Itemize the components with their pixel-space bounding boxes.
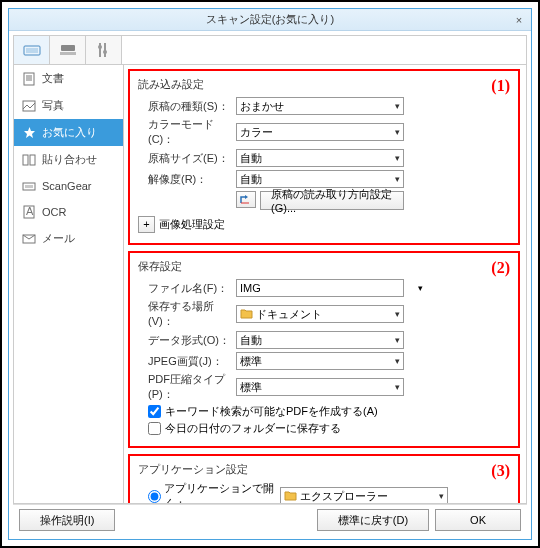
sidebar-item-label: メール [42, 231, 75, 246]
sidebar-item-label: 文書 [42, 71, 64, 86]
group-number: (3) [491, 462, 510, 480]
chevron-down-icon: ▾ [395, 174, 400, 184]
chevron-down-icon: ▾ [395, 101, 400, 111]
chevron-down-icon: ▾ [395, 382, 400, 392]
resolution-select[interactable]: 自動▾ [236, 170, 404, 188]
svg-marker-21 [245, 195, 248, 199]
chevron-down-icon: ▾ [395, 127, 400, 137]
svg-point-6 [98, 45, 102, 49]
doc-type-select[interactable]: おまかせ▾ [236, 97, 404, 115]
svg-rect-8 [24, 73, 34, 85]
save-location-label: 保存する場所(V)： [138, 299, 236, 329]
color-mode-select[interactable]: カラー▾ [236, 123, 404, 141]
doc-size-select[interactable]: 自動▾ [236, 149, 404, 167]
doc-size-label: 原稿サイズ(E)： [138, 151, 236, 166]
sidebar-item-label: 写真 [42, 98, 64, 113]
close-icon[interactable]: × [511, 12, 527, 28]
svg-marker-13 [24, 127, 35, 138]
chevron-down-icon: ▾ [395, 153, 400, 163]
group-header: 保存設定 [138, 259, 510, 274]
image-processing-label: 画像処理設定 [159, 217, 225, 232]
chevron-down-icon: ▾ [395, 335, 400, 345]
jpeg-quality-select[interactable]: 標準▾ [236, 352, 404, 370]
svg-rect-15 [30, 155, 35, 165]
chevron-down-icon: ▾ [395, 356, 400, 366]
titlebar: スキャン設定(お気に入り) × [9, 9, 531, 31]
pdf-compression-label: PDF圧縮タイプ(P)： [138, 372, 236, 402]
sidebar-item-label: ScanGear [42, 180, 92, 192]
save-settings-group: (2) 保存設定 ファイル名(F)： IMG ▾ 保存する場所(V)： ドキュメ… [128, 251, 520, 448]
pdf-compression-select[interactable]: 標準▾ [236, 378, 404, 396]
date-folder-label: 今日の日付のフォルダーに保存する [165, 421, 341, 436]
defaults-button[interactable]: 標準に戻す(D) [317, 509, 429, 531]
tab-to-computer[interactable] [50, 36, 86, 64]
orientation-icon-button[interactable] [236, 191, 256, 208]
scangear-icon [22, 179, 36, 193]
jpeg-quality-label: JPEG画質(J)： [138, 354, 236, 369]
window-title: スキャン設定(お気に入り) [206, 12, 334, 27]
chevron-down-icon: ▾ [439, 491, 444, 501]
app-settings-group: (3) アプリケーション設定 アプリケーションで開く： エクスプローラー ▾ ア… [128, 454, 520, 503]
sidebar-item-ocr[interactable]: A OCR [14, 199, 123, 225]
sidebar-item-stitch[interactable]: 貼り合わせ [14, 146, 123, 173]
star-icon [22, 126, 36, 140]
svg-rect-2 [61, 45, 75, 51]
resolution-label: 解像度(R)： [138, 172, 236, 187]
sidebar-item-document[interactable]: 文書 [14, 65, 123, 92]
save-location-select[interactable]: ドキュメント ▾ [236, 305, 404, 323]
filename-input[interactable]: IMG [236, 279, 404, 297]
sidebar-item-mail[interactable]: メール [14, 225, 123, 252]
svg-rect-17 [25, 185, 33, 188]
tab-from-scanner[interactable] [14, 36, 50, 64]
tab-settings[interactable] [86, 36, 122, 64]
data-format-select[interactable]: 自動▾ [236, 331, 404, 349]
pdf-searchable-label: キーワード検索が可能なPDFを作成する(A) [165, 404, 378, 419]
chevron-down-icon[interactable]: ▾ [418, 283, 423, 293]
sidebar-item-favorite[interactable]: お気に入り [14, 119, 123, 146]
group-number: (1) [491, 77, 510, 95]
mail-icon [22, 232, 36, 246]
footer: 操作説明(I) 標準に戻す(D) OK [13, 504, 527, 535]
scan-settings-group: (1) 読み込み設定 原稿の種類(S)： おまかせ▾ カラーモード(C)： カラ… [128, 69, 520, 245]
open-app-select[interactable]: エクスプローラー ▾ [280, 487, 448, 503]
sidebar-item-scangear[interactable]: ScanGear [14, 173, 123, 199]
open-app-radio[interactable] [148, 490, 161, 503]
settings-panel: (1) 読み込み設定 原稿の種類(S)： おまかせ▾ カラーモード(C)： カラ… [124, 65, 526, 503]
ok-button[interactable]: OK [435, 509, 521, 531]
svg-rect-1 [26, 48, 38, 53]
svg-rect-3 [60, 52, 76, 55]
sidebar-item-label: OCR [42, 206, 66, 218]
expand-button[interactable]: + [138, 216, 155, 233]
svg-point-7 [103, 50, 107, 54]
date-folder-checkbox[interactable] [148, 422, 161, 435]
top-toolbar [13, 35, 527, 65]
sidebar-item-photo[interactable]: 写真 [14, 92, 123, 119]
doc-type-label: 原稿の種類(S)： [138, 99, 236, 114]
folder-icon [240, 308, 253, 320]
sidebar-item-label: 貼り合わせ [42, 152, 97, 167]
ocr-icon: A [22, 205, 36, 219]
group-header: アプリケーション設定 [138, 462, 510, 477]
svg-text:A: A [26, 205, 34, 217]
svg-rect-12 [23, 101, 35, 111]
photo-icon [22, 99, 36, 113]
group-header: 読み込み設定 [138, 77, 510, 92]
help-button[interactable]: 操作説明(I) [19, 509, 115, 531]
filename-label: ファイル名(F)： [138, 281, 236, 296]
color-mode-label: カラーモード(C)： [138, 117, 236, 147]
svg-rect-14 [23, 155, 28, 165]
group-number: (2) [491, 259, 510, 277]
folder-icon [284, 490, 297, 502]
chevron-down-icon: ▾ [395, 309, 400, 319]
sidebar: 文書 写真 お気に入り 貼り合わせ ScanGear [14, 65, 124, 503]
pdf-searchable-checkbox[interactable] [148, 405, 161, 418]
stitch-icon [22, 153, 36, 167]
document-icon [22, 72, 36, 86]
sidebar-item-label: お気に入り [42, 125, 97, 140]
orientation-settings-button[interactable]: 原稿の読み取り方向設定(G)... [260, 191, 404, 210]
data-format-label: データ形式(O)： [138, 333, 236, 348]
